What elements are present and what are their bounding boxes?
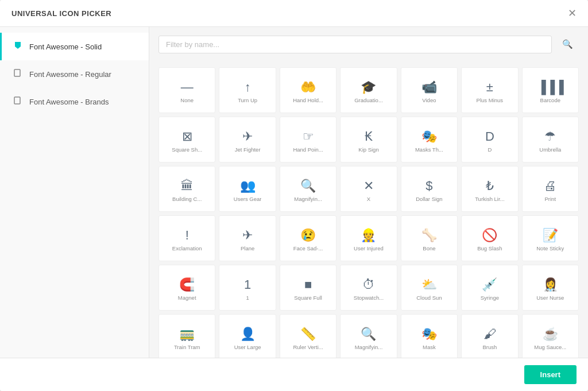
icon-cell[interactable]: 👩‍⚕️User Nurse (522, 265, 579, 311)
icon-cell[interactable]: ±Plus Minus (461, 67, 518, 113)
icon-symbol: 🦴 (421, 229, 437, 242)
icon-cell[interactable]: 🖨Print (522, 166, 579, 212)
icon-cell[interactable]: 🧲Magnet (158, 265, 215, 311)
icon-symbol: ⛅ (421, 278, 437, 291)
icon-label: Barcode (540, 97, 560, 103)
icon-label: Stopwatch... (354, 295, 384, 301)
icon-cell[interactable]: ☕Mug Sauce... (522, 314, 579, 358)
sidebar-label-regular: Font Awesome - Regular (29, 70, 111, 79)
icon-cell[interactable]: 📹Video (401, 67, 458, 113)
icon-cell[interactable]: 🎓Graduatio... (340, 67, 397, 113)
modal-body: Font Awesome - Solid Font Awesome - Regu… (0, 27, 588, 358)
icon-cell[interactable]: 🔍Magnifyin... (340, 314, 397, 358)
icon-symbol: 🎭 (421, 130, 437, 143)
icon-symbol: ☕ (543, 328, 558, 340)
search-input[interactable] (166, 40, 544, 49)
insert-button[interactable]: Insert (524, 365, 577, 384)
icon-cell[interactable]: 🏛Building C... (158, 166, 215, 212)
icon-symbol: ⊠ (182, 130, 192, 143)
icon-cell[interactable]: 😢Face Sad-... (280, 215, 336, 261)
sidebar-item-regular[interactable]: Font Awesome - Regular (0, 60, 149, 88)
sidebar-icon-regular (12, 68, 24, 80)
icon-cell[interactable]: 🔍Magnifyin... (280, 166, 336, 212)
icon-cell[interactable]: 👥Users Gear (219, 166, 276, 212)
icon-cell[interactable]: 🚃Train Tram (158, 314, 215, 358)
icon-label: Plus Minus (477, 97, 503, 103)
icon-cell[interactable]: ▐▐▐Barcode (522, 67, 579, 113)
icon-symbol: 📏 (300, 328, 316, 340)
icon-symbol: 👥 (240, 180, 256, 192)
icon-cell[interactable]: ■Square Full (280, 265, 336, 311)
icon-symbol: ± (486, 81, 493, 94)
icon-label: Hand Poin... (293, 146, 323, 153)
sidebar-label-solid: Font Awesome - Solid (29, 42, 102, 51)
icon-cell[interactable]: 👷User Injured (340, 215, 397, 261)
icon-symbol: 🎭 (421, 328, 437, 340)
icon-cell[interactable]: ⏱Stopwatch... (340, 265, 397, 311)
search-button[interactable]: 🔍 (556, 35, 579, 53)
icon-cell[interactable]: ₺Turkish Lir... (461, 166, 518, 212)
icon-cell[interactable]: 🎭Mask (401, 314, 458, 358)
sidebar-item-solid[interactable]: Font Awesome - Solid (0, 33, 149, 60)
icon-cell[interactable]: ☞Hand Poin... (280, 117, 336, 162)
icon-label: Magnifyin... (294, 196, 322, 202)
icon-cell[interactable]: 🎭Masks Th... (401, 117, 458, 162)
icons-area[interactable]: —None↑Turn Up🤲Hand Hold...🎓Graduatio...📹… (149, 61, 588, 358)
icon-label: None (180, 97, 194, 103)
icon-label: Users Gear (234, 196, 262, 202)
icon-symbol: — (181, 81, 194, 94)
icon-label: Graduatio... (354, 97, 383, 103)
icon-cell[interactable]: 💉Syringe (461, 265, 518, 311)
icon-cell[interactable]: 🚫Bug Slash (461, 215, 518, 261)
icon-label: Syringe (481, 295, 499, 301)
icon-symbol: 😢 (300, 229, 316, 242)
icon-symbol: ▐▐▐ (537, 81, 564, 94)
icon-symbol: 🚫 (482, 229, 497, 242)
icon-label: User Nurse (536, 295, 564, 301)
close-button[interactable]: ✕ (568, 8, 577, 18)
sidebar-item-brands[interactable]: Font Awesome - Brands (0, 88, 149, 115)
icon-cell[interactable]: ✈Jet Fighter (219, 117, 276, 162)
icon-label: Ruler Verti... (293, 344, 323, 350)
icon-symbol: ■ (304, 278, 312, 291)
icon-cell[interactable]: !Exclamation (158, 215, 215, 261)
icon-cell[interactable]: 👤User Large (219, 314, 276, 358)
icon-cell[interactable]: ⛅Cloud Sun (401, 265, 458, 311)
icon-label: Mask (423, 344, 436, 350)
icon-symbol: 📹 (421, 81, 437, 94)
icon-label: X (367, 196, 370, 202)
icon-label: Plane (241, 245, 254, 251)
icon-cell[interactable]: 🤲Hand Hold... (280, 67, 336, 113)
icon-label: Face Sad-... (293, 245, 323, 251)
icon-cell[interactable]: ✕X (340, 166, 397, 212)
icon-label: User Large (234, 344, 261, 350)
icon-symbol: 🏛 (181, 180, 194, 192)
icon-cell[interactable]: ↑Turn Up (219, 67, 276, 113)
icon-label: D (488, 146, 492, 153)
sidebar-icon-solid (12, 41, 24, 52)
icon-label: Square Full (294, 295, 322, 301)
icon-cell[interactable]: 📝Note Sticky (522, 215, 579, 261)
icons-grid: —None↑Turn Up🤲Hand Hold...🎓Graduatio...📹… (158, 67, 579, 358)
icon-cell[interactable]: DD (461, 117, 518, 162)
icon-cell[interactable]: ✈Plane (219, 215, 276, 261)
search-bar: 🔍 (149, 27, 588, 61)
modal-footer: Insert (0, 358, 588, 391)
icon-cell[interactable]: ₭Kip Sign (340, 117, 397, 162)
icon-symbol: 👷 (361, 229, 376, 242)
icon-symbol: ↑ (245, 81, 251, 94)
icon-cell[interactable]: —None (158, 67, 215, 113)
icon-cell[interactable]: ⊠Square Sh... (158, 117, 215, 162)
icon-label: Magnet (178, 295, 196, 301)
icon-label: Print (545, 196, 556, 202)
icon-cell[interactable]: 🦴Bone (401, 215, 458, 261)
icon-label: 1 (246, 295, 249, 301)
icon-symbol: 🔍 (361, 328, 376, 340)
icon-label: User Injured (354, 245, 384, 251)
icon-cell[interactable]: ☂Umbrella (522, 117, 579, 162)
icon-cell[interactable]: 🖌Brush (461, 314, 518, 358)
icon-cell[interactable]: $Dollar Sign (401, 166, 458, 212)
icon-symbol: ✕ (363, 180, 374, 192)
icon-cell[interactable]: 📏Ruler Verti... (280, 314, 336, 358)
icon-cell[interactable]: 11 (219, 265, 276, 311)
